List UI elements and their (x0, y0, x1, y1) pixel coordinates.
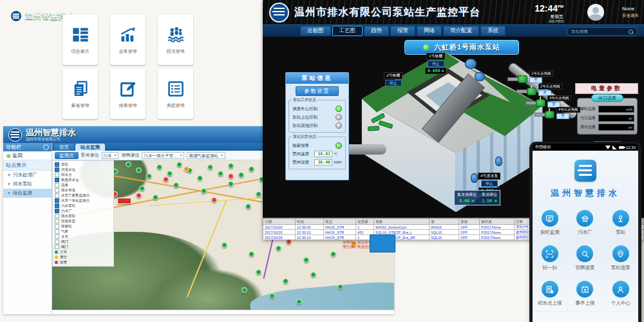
scada-tab-简介配置[interactable]: 简介配置 (443, 26, 479, 36)
layer-checkbox[interactable] (55, 240, 59, 244)
map-marker[interactable] (146, 173, 152, 179)
valve-icon[interactable] (527, 88, 536, 95)
layer-checkbox[interactable] (55, 167, 59, 172)
layer-checkbox[interactable] (55, 204, 59, 208)
layer-row[interactable]: 检查井水位 (55, 178, 111, 182)
layer-row[interactable]: 气象 (55, 229, 111, 234)
layer-row[interactable]: 泵站 (55, 162, 111, 167)
valve-icon[interactable] (518, 75, 527, 83)
layer-checkbox[interactable] (55, 229, 59, 234)
layer-checkbox[interactable] (55, 193, 59, 198)
logout-link[interactable]: 安全退出 (622, 12, 639, 18)
map-marker[interactable] (218, 171, 223, 176)
map-marker[interactable] (310, 272, 316, 278)
map-marker[interactable] (228, 181, 234, 187)
map-marker[interactable] (136, 167, 142, 173)
map-marker[interactable] (256, 191, 261, 197)
layer-row[interactable]: 闸门 (55, 240, 111, 244)
app-item-扫一扫[interactable]: 扫一扫 (533, 241, 568, 276)
layer-row[interactable]: 积水点 (55, 173, 111, 177)
layer-checkbox[interactable] (55, 173, 59, 177)
layer-row[interactable]: 河道水位 (55, 167, 111, 172)
scada-tab-趋势[interactable]: 趋势 (364, 26, 389, 36)
app-item-实时监测[interactable]: 实时监测 (533, 205, 568, 241)
scada-tab-总貌图[interactable]: 总貌图 (300, 26, 331, 36)
layer-checkbox[interactable] (55, 224, 59, 229)
settings-icon[interactable] (43, 162, 49, 168)
valve-icon[interactable] (536, 99, 545, 107)
map-marker[interactable] (249, 251, 254, 257)
launcher-tile-案卷管理[interactable]: 案卷管理 (62, 69, 98, 119)
app-item-积水点上报[interactable]: 积水点上报 (533, 276, 568, 312)
scada-tab-工艺图[interactable]: 工艺图 (332, 26, 363, 36)
map-marker[interactable] (228, 173, 234, 179)
back-button[interactable]: 返回 (3, 151, 52, 160)
layer-checkbox[interactable] (55, 188, 59, 193)
layer-checkbox[interactable] (55, 162, 59, 167)
map-marker[interactable] (222, 242, 227, 248)
sidebar-item-综合监测[interactable]: ▼综合监测 (3, 189, 52, 198)
valve-icon[interactable] (545, 111, 554, 118)
map-marker[interactable] (283, 278, 289, 284)
map-marker[interactable] (167, 171, 173, 176)
map-marker[interactable] (330, 251, 336, 257)
layer-checkbox[interactable] (55, 245, 59, 249)
layer-row[interactable]: 污水厂 (55, 209, 111, 213)
avatar[interactable] (587, 4, 604, 21)
parameter-settings-button[interactable]: 参数设置 (296, 86, 338, 96)
launcher-tile-业务管理[interactable]: 业务管理 (110, 15, 146, 65)
layer-row[interactable]: 污水泵站 (55, 204, 111, 208)
map-marker[interactable] (337, 284, 343, 290)
layer-row[interactable]: 水质三参数监测点 (55, 193, 111, 198)
layer-checkbox[interactable] (55, 219, 59, 223)
layer-row[interactable]: 雨水泵站 (55, 214, 111, 218)
layer-row[interactable]: 智能井盖 (55, 219, 111, 223)
map-marker[interactable] (156, 164, 162, 170)
gear-icon[interactable] (43, 144, 49, 150)
tab-站点监测[interactable]: 站点监测 (75, 144, 105, 151)
map-marker[interactable] (256, 269, 261, 275)
app-item-污水厂[interactable]: 污水厂 (568, 205, 603, 241)
map-marker[interactable] (276, 245, 281, 251)
station-search-input[interactable]: 泵站搜索 (567, 27, 638, 36)
map-marker[interactable] (207, 164, 213, 170)
map-marker[interactable] (176, 162, 182, 167)
layer-row[interactable]: 阀门 (55, 245, 111, 249)
map-marker[interactable] (269, 293, 275, 299)
layer-row[interactable]: 雨水管道 (55, 188, 111, 193)
scada-tab-报警[interactable]: 报警 (390, 26, 415, 36)
scada-tab-系统[interactable]: 系统 (480, 26, 506, 36)
map-marker[interactable] (303, 257, 309, 263)
layer-checkbox[interactable] (55, 234, 59, 239)
map-marker[interactable] (139, 185, 145, 191)
app-item-事件上报[interactable]: 事件上报 (568, 276, 603, 312)
layer-row[interactable]: 水库 (55, 234, 111, 239)
sidebar-item-排水泵站[interactable]: ▼排水泵站 (3, 180, 52, 189)
launcher-tile-报表管理[interactable]: 报表管理 (110, 69, 146, 119)
app-item-管网巡查[interactable]: 管网巡查 (568, 241, 603, 276)
map-marker[interactable] (136, 193, 142, 198)
layer-checkbox[interactable] (55, 178, 59, 182)
map-marker[interactable] (153, 194, 158, 200)
map-marker[interactable] (126, 162, 131, 167)
launcher-tile-系统管理[interactable]: 系统管理 (158, 69, 193, 119)
layer-checkbox[interactable] (55, 214, 59, 218)
map-marker[interactable] (245, 204, 251, 209)
layer-checkbox[interactable] (55, 198, 59, 203)
map-marker[interactable] (211, 197, 217, 203)
power-parameters-button[interactable]: 电量参数 (575, 83, 638, 94)
launcher-tile-防汛管理[interactable]: 防汛管理 (158, 15, 193, 65)
tab-首页[interactable]: 首页 (54, 144, 74, 151)
scada-tab-网络[interactable]: 网络 (417, 26, 442, 36)
monitor-points-button[interactable]: 监测点 (55, 152, 79, 159)
filter-dropdown[interactable]: 污水一级次干管…▼ (142, 152, 184, 159)
map-marker[interactable] (201, 188, 207, 194)
map-marker[interactable] (238, 172, 244, 178)
map-marker[interactable] (249, 166, 254, 172)
launcher-tile-综合展示[interactable]: 综合展示 (62, 15, 98, 65)
map-marker[interactable] (184, 166, 189, 172)
filter-dropdown[interactable]: 污水▼ (102, 152, 119, 159)
app-item-个人中心[interactable]: 个人中心 (603, 276, 638, 312)
map-marker[interactable] (228, 163, 234, 169)
map-marker[interactable] (163, 176, 169, 182)
